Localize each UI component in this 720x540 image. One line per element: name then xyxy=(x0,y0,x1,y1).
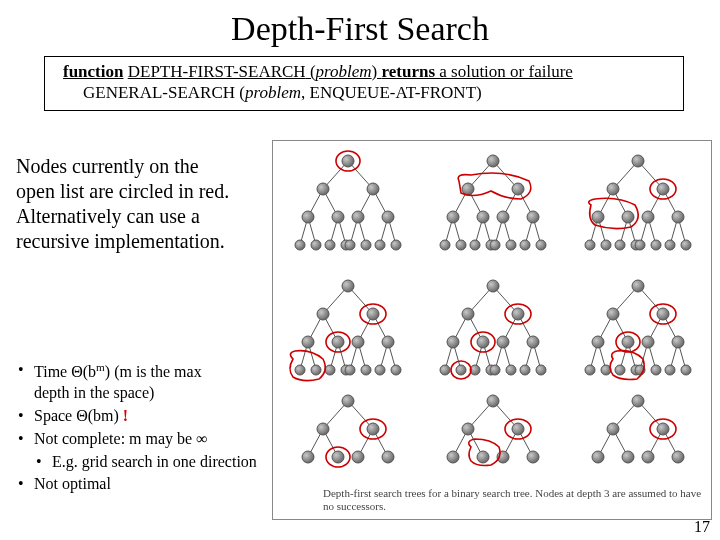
svg-point-26 xyxy=(361,240,371,250)
svg-point-78 xyxy=(642,211,654,223)
svg-point-14 xyxy=(342,155,354,167)
svg-point-84 xyxy=(635,240,645,250)
svg-point-18 xyxy=(332,211,344,223)
figure-caption: Depth-first search trees for a binary se… xyxy=(323,487,703,513)
b1-text: Time Θ(b xyxy=(34,363,96,380)
bullet-time: Time Θ(bm) (m is the maxdepth in the spa… xyxy=(16,360,257,404)
description-text: Nodes currently on the open list are cir… xyxy=(16,154,229,254)
svg-point-74 xyxy=(607,183,619,195)
svg-point-219 xyxy=(607,423,619,435)
desc-line: Alternatively can use a xyxy=(16,204,229,229)
svg-point-16 xyxy=(367,183,379,195)
bullet-not-complete: Not complete: m may be ∞ xyxy=(16,429,257,450)
b1-tail: ) (m is the max xyxy=(105,363,202,380)
svg-point-20 xyxy=(382,211,394,223)
svg-point-48 xyxy=(477,211,489,223)
svg-point-180 xyxy=(681,365,691,375)
desc-line: recursive implementation. xyxy=(16,229,229,254)
svg-point-21 xyxy=(295,240,305,250)
fn-arg: problem xyxy=(316,62,372,81)
svg-point-140 xyxy=(527,336,539,348)
svg-point-210 xyxy=(527,451,539,463)
fn-close: ) xyxy=(372,62,382,81)
kw-returns: returns xyxy=(382,62,436,81)
svg-point-114 xyxy=(345,365,355,375)
bullet-space: Space Θ(bm) ! xyxy=(16,406,257,427)
svg-point-51 xyxy=(440,240,450,250)
svg-point-108 xyxy=(352,336,364,348)
svg-point-22 xyxy=(311,240,321,250)
svg-point-25 xyxy=(345,240,355,250)
svg-point-17 xyxy=(302,211,314,223)
svg-point-208 xyxy=(477,451,489,463)
svg-point-58 xyxy=(536,240,546,250)
b1-cont: depth in the space) xyxy=(34,384,154,401)
svg-point-224 xyxy=(672,451,684,463)
svg-point-49 xyxy=(497,211,509,223)
svg-point-205 xyxy=(462,423,474,435)
svg-point-171 xyxy=(642,336,654,348)
b1-sup: m xyxy=(96,361,105,373)
svg-point-223 xyxy=(642,451,654,463)
svg-point-139 xyxy=(497,336,509,348)
svg-point-115 xyxy=(361,365,371,375)
svg-point-147 xyxy=(520,365,530,375)
svg-point-134 xyxy=(487,280,499,292)
svg-point-166 xyxy=(632,280,644,292)
svg-point-23 xyxy=(325,240,335,250)
b3-text: Not complete: m may be ∞ xyxy=(34,430,208,447)
svg-point-221 xyxy=(592,451,604,463)
svg-point-81 xyxy=(601,240,611,250)
desc-line: Nodes currently on the xyxy=(16,154,229,179)
fn-open: ( xyxy=(306,62,316,81)
svg-point-195 xyxy=(382,451,394,463)
svg-point-75 xyxy=(657,183,669,195)
tree-figure: Depth-first search trees for a binary se… xyxy=(272,140,712,520)
b3sub-text: E.g. grid search in one direction xyxy=(52,453,257,470)
svg-point-28 xyxy=(391,240,401,250)
svg-point-80 xyxy=(585,240,595,250)
svg-point-207 xyxy=(447,451,459,463)
svg-point-148 xyxy=(536,365,546,375)
svg-point-105 xyxy=(367,308,379,320)
svg-point-46 xyxy=(512,183,524,195)
algorithm-box: function DEPTH-FIRST-SEARCH (problem) re… xyxy=(44,56,684,111)
svg-point-112 xyxy=(325,365,335,375)
svg-point-110 xyxy=(295,365,305,375)
svg-point-47 xyxy=(447,211,459,223)
svg-point-79 xyxy=(672,211,684,223)
svg-point-106 xyxy=(302,336,314,348)
svg-point-82 xyxy=(615,240,625,250)
svg-point-86 xyxy=(665,240,675,250)
svg-point-52 xyxy=(456,240,466,250)
page-title: Depth-First Search xyxy=(0,0,720,56)
svg-point-141 xyxy=(440,365,450,375)
bullet-not-optimal: Not optimal xyxy=(16,474,257,495)
algo-line-2: GENERAL-SEARCH (problem, ENQUEUE-AT-FRON… xyxy=(63,82,673,103)
svg-point-73 xyxy=(632,155,644,167)
svg-point-191 xyxy=(367,423,379,435)
svg-point-170 xyxy=(622,336,634,348)
svg-point-146 xyxy=(506,365,516,375)
b4-text: Not optimal xyxy=(34,475,111,492)
kw-function: function xyxy=(63,62,123,81)
svg-point-178 xyxy=(651,365,661,375)
svg-point-107 xyxy=(332,336,344,348)
svg-point-168 xyxy=(657,308,669,320)
svg-point-179 xyxy=(665,365,675,375)
svg-point-103 xyxy=(342,280,354,292)
bullet-sub-grid: E.g. grid search in one direction xyxy=(16,452,257,473)
svg-point-167 xyxy=(607,308,619,320)
svg-point-192 xyxy=(302,451,314,463)
svg-point-53 xyxy=(470,240,480,250)
svg-point-111 xyxy=(311,365,321,375)
svg-point-169 xyxy=(592,336,604,348)
fn-name: DEPTH-FIRST-SEARCH xyxy=(128,62,306,81)
bang-icon: ! xyxy=(123,407,128,424)
svg-point-116 xyxy=(375,365,385,375)
svg-point-15 xyxy=(317,183,329,195)
svg-point-85 xyxy=(651,240,661,250)
svg-point-56 xyxy=(506,240,516,250)
algo-line-1: function DEPTH-FIRST-SEARCH (problem) re… xyxy=(63,61,673,82)
svg-point-135 xyxy=(462,308,474,320)
